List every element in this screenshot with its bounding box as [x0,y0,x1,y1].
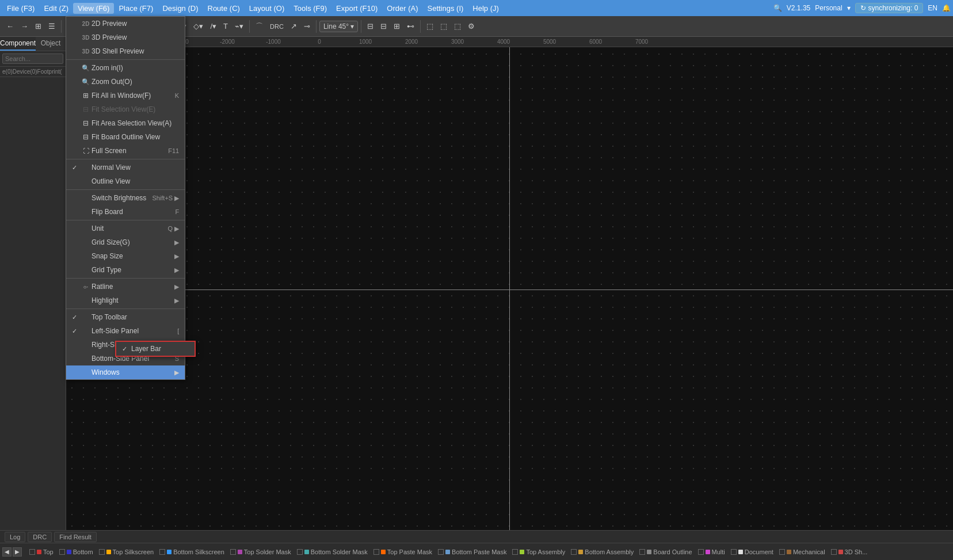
nav-left-button[interactable]: ◀ [2,547,12,557]
menu-icon-button[interactable]: ☰ [45,20,58,33]
layer-bottom-paste-mask-checkbox[interactable] [438,549,444,555]
layer-bottom-silkscreen[interactable]: Bottom Silkscreen [157,548,227,555]
user-label[interactable]: Personal [815,4,842,12]
layer-top-assembly[interactable]: Top Assembly [509,548,568,555]
menu-item-help[interactable]: Help (J) [468,3,504,14]
layer-top[interactable]: Top [26,548,56,555]
layer-bottom-assembly[interactable]: Bottom Assembly [568,548,636,555]
menu-item-edit[interactable]: Edit (Z) [39,3,73,14]
menu-zoom-out[interactable]: 🔍 Zoom Out(O) [66,75,185,89]
tab-log[interactable]: Log [5,532,25,542]
grid-button[interactable]: ⊞ [32,20,44,33]
route-btn[interactable]: ↗ [288,20,300,33]
layer-bottom-assembly-checkbox[interactable] [571,549,577,555]
menu-windows[interactable]: Windows ▶ [66,365,185,379]
menu-item-route[interactable]: Route (C) [203,3,245,14]
layer-bottom[interactable]: Bottom [56,548,96,555]
menu-unit[interactable]: Unit Q ▶ [66,222,185,235]
footprint-button[interactable]: ⬚ [451,20,464,33]
menu-switch-brightness[interactable]: Switch Brightness Shift+S ▶ [66,191,185,205]
menu-fit-all[interactable]: ⊞ Fit All in Window(F) K [66,89,185,102]
layer-bottom-solder-mask[interactable]: Bottom Solder Mask [294,548,371,555]
layer-bottom-silkscreen-checkbox[interactable] [159,549,165,555]
menu-grid-size[interactable]: Grid Size(G) ▶ [66,235,185,249]
menu-highlight[interactable]: Highlight ▶ [66,294,185,307]
layer-mechanical[interactable]: Mechanical [776,548,828,555]
layer-top-paste-mask-checkbox[interactable] [373,549,379,555]
menu-fit-selection[interactable]: ⊟ Fit Selection View(E) [66,102,185,116]
sync-button[interactable]: ↻ synchronizing: 0 [855,3,924,13]
menu-flip-board[interactable]: Flip Board F [66,205,185,219]
shape-button[interactable]: ◇▾ [190,20,206,33]
menu-ratline[interactable]: ○· Ratline ▶ [66,280,185,294]
layer-3d-shell-checkbox[interactable] [831,549,837,555]
lang-label[interactable]: EN [928,4,937,12]
menu-top-toolbar[interactable]: ✓ Top Toolbar [66,310,185,324]
menu-zoom-in[interactable]: 🔍 Zoom in(I) [66,61,185,75]
undo-button[interactable]: ← [3,20,17,33]
tab-find-result[interactable]: Find Result [54,532,97,542]
layer-3d-shell[interactable]: 3D Sh... [828,548,871,555]
layer-top-solder-mask[interactable]: Top Solder Mask [227,548,294,555]
settings-gear-button[interactable]: ⚙ [465,20,478,33]
menu-snap-size[interactable]: Snap Size ▶ [66,249,185,263]
layer-bottom-paste-mask[interactable]: Bottom Paste Mask [435,548,509,555]
measure-button[interactable]: ⊷ [404,20,417,33]
line-button[interactable]: /▾ [207,20,219,33]
layer-top-solder-mask-checkbox[interactable] [230,549,236,555]
layer-document-checkbox[interactable] [731,549,737,555]
nav-right-button[interactable]: ▶ [13,547,22,557]
layer-top-paste-mask[interactable]: Top Paste Mask [371,548,435,555]
arc-button[interactable]: ⌒ [253,19,266,34]
search-input[interactable] [2,54,63,64]
layer-multi-checkbox[interactable] [698,549,704,555]
menu-item-layout[interactable]: Layout (O) [245,3,289,14]
layer-multi[interactable]: Multi [695,548,728,555]
layer-bottom-solder-mask-checkbox[interactable] [297,549,303,555]
submenu-layer-bar[interactable]: ✓ Layer Bar [116,342,195,356]
menu-item-design[interactable]: Design (D) [158,3,203,14]
menu-item-view[interactable]: View (F6) [73,3,114,14]
layer-mechanical-checkbox[interactable] [779,549,785,555]
menu-item-file[interactable]: File (F3) [2,3,39,14]
layer-top-silkscreen[interactable]: Top Silkscreen [96,548,157,555]
layer-document[interactable]: Document [728,548,776,555]
bell-icon[interactable]: 🔔 [942,4,951,12]
menu-item-place[interactable]: Place (F7) [114,3,158,14]
menu-outline-view[interactable]: Outline View [66,174,185,188]
edit-button[interactable]: ⬚ [437,20,450,33]
text-button[interactable]: T [220,20,231,33]
menu-2d-preview[interactable]: 2D 2D Preview [66,17,185,31]
menu-item-tools[interactable]: Tools (F9) [289,3,331,14]
pin-button[interactable]: ⌁▾ [232,20,246,33]
track-button[interactable]: ⊸ [301,20,313,33]
menu-normal-view[interactable]: ✓ Normal View [66,161,185,174]
menu-fit-board[interactable]: ⊟ Fit Board Outline View [66,130,185,144]
menu-3d-preview[interactable]: 3D 3D Preview [66,31,185,44]
dropdown-icon[interactable]: ▾ [847,4,851,12]
menu-left-panel[interactable]: ✓ Left-Side Panel [ [66,324,185,338]
canvas-area[interactable] [66,37,953,543]
redo-button[interactable]: → [18,20,31,33]
align-button-2[interactable]: ⊟ [378,20,390,33]
menu-item-settings[interactable]: Settings (I) [423,3,468,14]
menu-item-order[interactable]: Order (A) [382,3,422,14]
copy-button[interactable]: ⬚ [424,20,436,33]
search-icon[interactable]: 🔍 [773,4,782,12]
tab-component[interactable]: Component [0,37,36,51]
menu-fullscreen[interactable]: ⛶ Full Screen F11 [66,144,185,158]
layer-top-assembly-checkbox[interactable] [512,549,518,555]
tab-object[interactable]: Object [36,37,66,51]
layer-board-outline[interactable]: Board Outline [636,548,695,555]
menu-fit-area[interactable]: ⊟ Fit Area Selection View(A) [66,116,185,130]
distribute-button[interactable]: ⊞ [391,20,403,33]
layer-bottom-checkbox[interactable] [59,549,65,555]
menu-item-export[interactable]: Export (F10) [331,3,382,14]
menu-3d-shell[interactable]: 3D 3D Shell Preview [66,44,185,58]
layer-board-outline-checkbox[interactable] [639,549,645,555]
layer-top-silkscreen-checkbox[interactable] [99,549,105,555]
line-angle-dropdown[interactable]: Line 45° ▾ [319,21,358,32]
drc-label-button[interactable]: DRC [267,21,287,32]
layer-top-checkbox[interactable] [29,549,35,555]
menu-grid-type[interactable]: Grid Type ▶ [66,263,185,277]
